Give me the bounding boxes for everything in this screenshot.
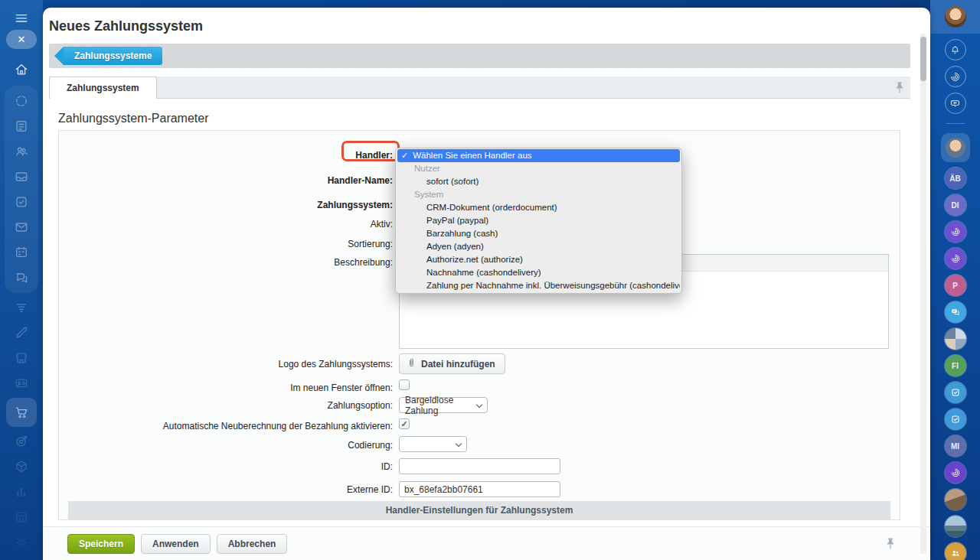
sorting-label: Sortierung: (59, 239, 393, 249)
inbox-icon[interactable] (13, 168, 30, 185)
dropdown-option[interactable]: Authorize.net (authorize) (397, 253, 680, 266)
chat-return-icon (949, 98, 961, 109)
spiral-icon (950, 253, 961, 264)
chat-avatar[interactable]: P (945, 275, 966, 296)
box-icon[interactable] (13, 458, 30, 475)
payment-option-value: Bargeldlose Zahlung (405, 395, 472, 416)
rail-divider (946, 123, 965, 124)
payment-option-label: Zahlungsoption: (59, 400, 393, 411)
shop-icon[interactable] (13, 350, 30, 366)
people-icon (950, 548, 961, 558)
dropdown-option[interactable]: PayPal (paypal) (397, 214, 680, 227)
pencil-icon[interactable] (13, 324, 30, 341)
external-id-input[interactable] (399, 481, 560, 497)
dropdown-option[interactable]: CRM-Dokument (orderdocument) (397, 201, 680, 214)
chat-history-button[interactable] (945, 93, 966, 114)
group-chat-avatar[interactable] (945, 328, 966, 350)
dropdown-option[interactable]: Zahlung per Nachnahme inkl. Überweisungs… (397, 279, 680, 292)
menu-icon[interactable] (13, 9, 30, 26)
group-users-avatar[interactable] (945, 542, 966, 560)
tasks-chat-avatar[interactable] (945, 382, 966, 403)
new-window-label: Im neuen Fenster öffnen: (59, 383, 393, 393)
dropdown-option-selected[interactable]: ✓Wählen Sie einen Handler aus (397, 149, 680, 162)
dropdown-option[interactable]: Nachnahme (cashondelivery) (397, 266, 680, 279)
sidebar-group-more (13, 433, 30, 551)
paperclip-icon (407, 357, 416, 370)
spiral-icon (950, 226, 961, 237)
dropdown-group-label: Nutzer (397, 162, 680, 175)
dropdown-option[interactable]: Adyen (adyen) (397, 240, 680, 253)
chevron-down-icon (456, 441, 462, 447)
right-sidebar: ÄBDIPFIMI (930, 0, 980, 560)
contact-card-icon[interactable] (13, 375, 30, 392)
checkmark-icon: ✓ (401, 149, 408, 162)
bell-icon (949, 44, 961, 56)
bot-avatar[interactable] (945, 462, 966, 483)
close-button[interactable]: ✕ (6, 30, 37, 49)
notifications-button[interactable] (945, 39, 966, 60)
employees-icon[interactable] (13, 143, 30, 160)
auto-recalc-label: Automatische Neuberechnung der Bezahlung… (59, 421, 393, 431)
dropdown-group-label: System (397, 188, 680, 201)
handler-dropdown: ✓Wählen Sie einen Handler ausNutzersofor… (395, 148, 682, 294)
tab-zahlungssystem[interactable]: Zahlungssystem (49, 77, 157, 99)
auto-recalc-checkbox[interactable]: ✓ (399, 418, 410, 429)
handler-settings-header: Handler-Einstellungen für Zahlungssystem (68, 501, 890, 519)
dropdown-option[interactable]: Barzahlung (cash) (397, 227, 680, 240)
new-window-checkbox[interactable] (399, 379, 410, 390)
id-input[interactable] (399, 458, 560, 474)
footer-bar: Speichern Anwenden Abbrechen (43, 526, 930, 560)
avatar (945, 6, 966, 28)
target-icon[interactable] (13, 433, 30, 450)
chat-avatar[interactable]: DI (945, 194, 966, 216)
handler-dropdown-list: ✓Wählen Sie einen Handler ausNutzersofor… (397, 149, 680, 292)
cart-icon (13, 404, 30, 421)
breadcrumb-back-button[interactable]: Zahlungssysteme (64, 47, 162, 65)
chat-avatar[interactable] (945, 489, 966, 510)
chart-icon[interactable] (13, 483, 30, 500)
sidebar-item-shop-active[interactable] (6, 398, 37, 427)
section-title: Zahlungssystem-Parameter (58, 112, 209, 125)
bot-avatar[interactable] (945, 221, 966, 243)
payment-option-select[interactable]: Bargeldlose Zahlung (399, 397, 488, 413)
cancel-button[interactable]: Abbrechen (217, 534, 288, 554)
tasks-icon[interactable] (13, 194, 30, 210)
tab-strip: Zahlungssystem (49, 77, 910, 99)
chat-avatar[interactable]: MI (945, 435, 966, 457)
profile-avatar[interactable] (930, 0, 980, 34)
close-icon: ✕ (18, 34, 26, 45)
chat-avatar[interactable]: ÄB (945, 168, 966, 189)
dropdown-option[interactable]: sofort (sofort) (397, 175, 680, 188)
pin-icon[interactable] (886, 537, 895, 550)
description-label: Beschreibung: (59, 257, 393, 268)
home-icon[interactable] (13, 61, 30, 78)
add-file-button[interactable]: Datei hinzufügen (399, 353, 505, 374)
schedule-icon[interactable] (13, 509, 30, 526)
bot-avatar[interactable] (945, 248, 966, 269)
encoding-select[interactable] (399, 436, 467, 452)
gear-icon[interactable] (13, 534, 30, 551)
chat-avatar[interactable] (945, 516, 966, 537)
funnel-icon[interactable] (13, 299, 30, 316)
mail-icon[interactable] (13, 219, 30, 236)
encoding-label: Codierung: (59, 440, 393, 451)
news-icon[interactable] (13, 118, 30, 135)
task-check-icon (950, 387, 961, 398)
calendar-icon[interactable] (13, 244, 30, 261)
chat-avatar[interactable]: FI (945, 355, 966, 376)
external-id-label: Externe ID: (59, 484, 393, 495)
apply-button[interactable]: Anwenden (141, 534, 211, 554)
payment-system-label: Zahlungssystem: (59, 200, 393, 210)
save-button[interactable]: Speichern (67, 534, 135, 554)
user-avatar[interactable] (941, 133, 970, 162)
chat-icon[interactable] (13, 269, 30, 286)
pulse-icon[interactable] (13, 93, 30, 109)
handler-label: Handler: (59, 150, 393, 161)
helpdesk-button[interactable] (945, 66, 966, 87)
scrollbar-thumb[interactable] (920, 37, 926, 81)
chat-bubbles-icon (950, 307, 961, 317)
tasks-chat-avatar[interactable] (945, 409, 966, 430)
chat-avatar[interactable] (945, 301, 966, 323)
pin-icon[interactable] (895, 81, 904, 94)
chevron-down-icon (476, 402, 482, 408)
